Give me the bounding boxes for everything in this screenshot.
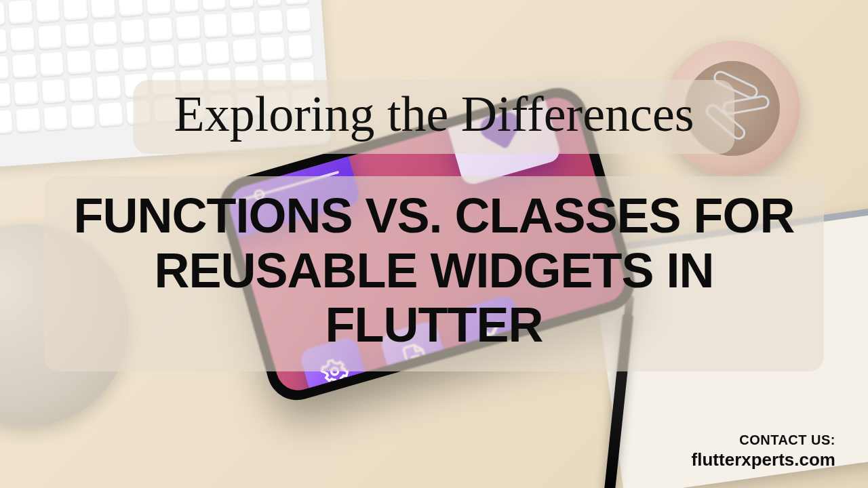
- subtitle-text: Exploring the Differences: [174, 85, 694, 143]
- contact-block: CONTACT US: flutterxperts.com: [692, 432, 835, 470]
- headline-panel: FUNCTIONS VS. CLASSES FOR REUSABLE WIDGE…: [44, 176, 824, 371]
- headline-text: FUNCTIONS VS. CLASSES FOR REUSABLE WIDGE…: [71, 188, 797, 352]
- contact-label: CONTACT US:: [692, 432, 835, 448]
- subtitle-panel: Exploring the Differences: [133, 80, 734, 154]
- contact-site: flutterxperts.com: [692, 449, 835, 470]
- promo-graphic: Exploring the Differences FUNCTIONS VS. …: [0, 0, 868, 488]
